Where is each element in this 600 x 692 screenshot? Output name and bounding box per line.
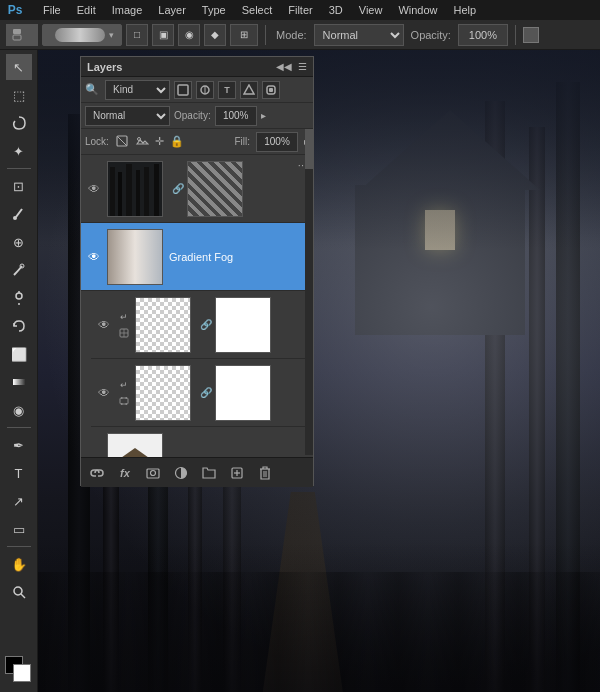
- panel-menu-icon[interactable]: ☰: [298, 61, 307, 72]
- layer-1-visibility[interactable]: 👁: [85, 180, 103, 198]
- tool-history[interactable]: [6, 313, 32, 339]
- layer-2-name: Gradient Fog: [169, 251, 309, 263]
- layer-item-3[interactable]: 👁 ↵ 🔗: [91, 291, 313, 359]
- filter-kind-select[interactable]: Kind Name Effect: [105, 80, 170, 100]
- layer-delete-btn[interactable]: [255, 463, 275, 483]
- tool-hand[interactable]: ✋: [6, 551, 32, 577]
- tool-move[interactable]: ↖: [6, 54, 32, 80]
- tool-eraser[interactable]: ⬜: [6, 341, 32, 367]
- svg-point-30: [151, 470, 156, 475]
- background-color[interactable]: [13, 664, 31, 682]
- filter-adjust-btn[interactable]: [196, 81, 214, 99]
- shape-diamond[interactable]: ◆: [204, 24, 226, 46]
- layer-mask-btn[interactable]: [143, 463, 163, 483]
- layer-item-1[interactable]: 👁 🔗: [81, 155, 313, 223]
- lock-image-icon[interactable]: [135, 134, 149, 150]
- layer-3-link[interactable]: 🔗: [199, 319, 213, 330]
- tool-gradient[interactable]: [6, 369, 32, 395]
- layer-5-visibility[interactable]: 👁: [85, 452, 103, 458]
- menu-layer[interactable]: Layer: [155, 4, 189, 16]
- layer-item-house[interactable]: 👁 House: [81, 427, 313, 457]
- mode-select[interactable]: Normal Multiply Screen: [314, 24, 404, 46]
- opacity-row-input[interactable]: [215, 106, 257, 126]
- shape-fixed[interactable]: ▣: [152, 24, 174, 46]
- layer-4-arrow-icon: ↵: [117, 378, 131, 392]
- svg-rect-23: [121, 397, 123, 399]
- shape-round[interactable]: ◉: [178, 24, 200, 46]
- svg-rect-24: [126, 397, 128, 399]
- menu-select[interactable]: Select: [239, 4, 276, 16]
- layer-2-visibility[interactable]: 👁: [85, 248, 103, 266]
- tool-zoom[interactable]: [6, 579, 32, 605]
- tool-blur[interactable]: ◉: [6, 397, 32, 423]
- toolbar-checkbox[interactable]: [523, 27, 539, 43]
- shape-extra[interactable]: ⊞: [230, 24, 258, 46]
- menu-edit[interactable]: Edit: [74, 4, 99, 16]
- opacity-label: Opacity:: [411, 29, 451, 41]
- menu-filter[interactable]: Filter: [285, 4, 315, 16]
- filter-smart-btn[interactable]: [262, 81, 280, 99]
- layers-title: Layers: [87, 61, 122, 73]
- layer-item-4[interactable]: 👁 ↵ 🔗: [91, 359, 313, 427]
- tool-crop[interactable]: ⊡: [6, 173, 32, 199]
- lock-position-icon[interactable]: ✛: [155, 135, 164, 148]
- lock-all-icon[interactable]: 🔒: [170, 135, 184, 148]
- brush-preview[interactable]: ▾: [42, 24, 122, 46]
- tool-clone[interactable]: [6, 285, 32, 311]
- layer-fx-btn[interactable]: fx: [115, 463, 135, 483]
- opacity-input[interactable]: [458, 24, 508, 46]
- tool-divider-2: [7, 427, 31, 428]
- svg-point-3: [13, 216, 17, 220]
- layer-4-visibility[interactable]: 👁: [95, 384, 113, 402]
- fill-input[interactable]: [256, 132, 298, 152]
- blend-mode-select[interactable]: Normal Multiply Screen Overlay Darken Li…: [85, 106, 170, 126]
- svg-line-17: [117, 136, 127, 146]
- tool-brush[interactable]: [6, 257, 32, 283]
- layer-4-mask-thumb: [215, 365, 271, 421]
- layer-4-sub-icons: ↵: [117, 378, 131, 408]
- left-toolbox: ↖ ⬚ ✦ ⊡ ⊕ ⬜ ◉ ✒ T ↗ ▭ ✋: [0, 50, 38, 692]
- tool-text[interactable]: T: [6, 460, 32, 486]
- layer-5-name: House: [169, 455, 309, 458]
- layers-scrollbar[interactable]: [305, 129, 313, 455]
- layer-group-btn[interactable]: [199, 463, 219, 483]
- tool-path-selection[interactable]: ↗: [6, 488, 32, 514]
- ps-logo-icon: Ps: [4, 0, 26, 20]
- lock-transparent-icon[interactable]: [115, 134, 129, 150]
- tool-marquee[interactable]: ⬚: [6, 82, 32, 108]
- layers-filter-row: 🔍 Kind Name Effect T: [81, 77, 313, 103]
- fill-label: Fill:: [234, 136, 250, 147]
- toolbar-divider-2: [515, 25, 516, 45]
- layer-1-link[interactable]: 🔗: [171, 183, 185, 194]
- lock-row: Lock: ✛ 🔒 Fill: ▸: [81, 129, 313, 155]
- filter-type-btn[interactable]: T: [218, 81, 236, 99]
- tool-pen[interactable]: ✒: [6, 432, 32, 458]
- layer-3-arrow-icon: ↵: [117, 310, 131, 324]
- shape-normal[interactable]: □: [126, 24, 148, 46]
- tool-shape[interactable]: ▭: [6, 516, 32, 542]
- menu-view[interactable]: View: [356, 4, 386, 16]
- filter-pixel-btn[interactable]: [174, 81, 192, 99]
- menu-file[interactable]: File: [40, 4, 64, 16]
- tool-wand[interactable]: ✦: [6, 138, 32, 164]
- layers-scrollbar-thumb[interactable]: [305, 129, 313, 169]
- layer-item-gradient-fog[interactable]: 👁 Gradient Fog: [81, 223, 313, 291]
- tool-heal[interactable]: ⊕: [6, 229, 32, 255]
- menu-help[interactable]: Help: [451, 4, 480, 16]
- layer-new-btn[interactable]: [227, 463, 247, 483]
- layer-adjustment-btn[interactable]: [171, 463, 191, 483]
- layer-3-visibility[interactable]: 👁: [95, 316, 113, 334]
- panel-collapse-icon[interactable]: ◀◀: [276, 61, 292, 72]
- menu-type[interactable]: Type: [199, 4, 229, 16]
- layer-3-grid-icon: [117, 326, 131, 340]
- menu-3d[interactable]: 3D: [326, 4, 346, 16]
- tool-lasso[interactable]: [6, 110, 32, 136]
- layer-link-btn[interactable]: [87, 463, 107, 483]
- menu-image[interactable]: Image: [109, 4, 146, 16]
- tool-preset-picker[interactable]: [6, 24, 38, 46]
- svg-point-5: [16, 293, 22, 299]
- filter-shape-btn[interactable]: [240, 81, 258, 99]
- tool-eyedropper[interactable]: [6, 201, 32, 227]
- menu-window[interactable]: Window: [395, 4, 440, 16]
- layer-4-link[interactable]: 🔗: [199, 387, 213, 398]
